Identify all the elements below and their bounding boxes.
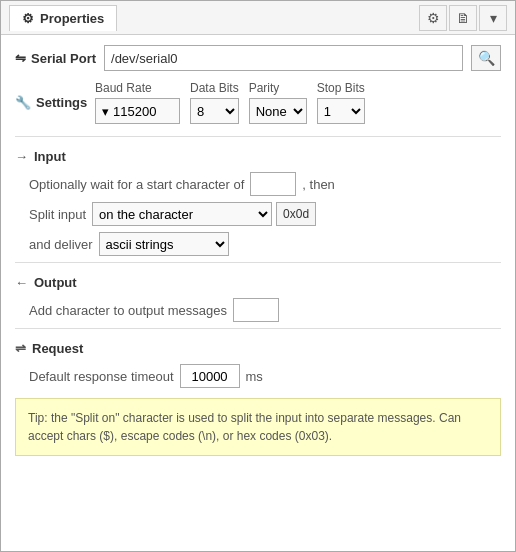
title-bar-actions: ⚙ 🗎 ▾ [419,5,507,31]
request-header: ⇌ Request [15,341,501,356]
serial-port-row: ⇋ Serial Port 🔍 [15,45,501,71]
gear-icon: ⚙ [22,11,34,26]
add-char-input[interactable] [233,298,279,322]
baud-rate-label: Baud Rate [95,81,180,95]
parity-label: Parity [249,81,307,95]
deliver-select[interactable]: ascii strings raw bytes [99,232,229,256]
parity-select[interactable]: None [249,98,307,124]
content-area: ⇋ Serial Port 🔍 🔧 Settings Baud Rate ▾ 1… [1,35,515,551]
document-icon-button[interactable]: 🗎 [449,5,477,31]
baud-rate-group: Baud Rate ▾ 115200 [95,81,180,124]
baud-rate-value: 115200 [113,104,156,119]
settings-row: 🔧 Settings Baud Rate ▾ 115200 Data Bits … [15,81,501,124]
timeout-row: Default response timeout ms [15,364,501,388]
add-char-label: Add character to output messages [29,303,227,318]
wait-char-row: Optionally wait for a start character of… [15,172,501,196]
deliver-label: and deliver [29,237,93,252]
chevron-down-icon: ▾ [490,10,497,26]
serial-port-input[interactable] [104,45,463,71]
wrench-icon: 🔧 [15,95,31,110]
output-header-label: Output [34,275,77,290]
baud-rate-dropdown[interactable]: ▾ 115200 [95,98,180,124]
document-icon: 🗎 [456,10,470,26]
split-input-row: Split input on the character on newline … [15,202,501,226]
input-header-label: Input [34,149,66,164]
split-select[interactable]: on the character on newline on timeout n… [92,202,272,226]
search-icon: 🔍 [478,50,495,66]
settings-label: 🔧 Settings [15,95,95,110]
properties-window: ⚙ Properties ⚙ 🗎 ▾ ⇋ Serial Port 🔍 [0,0,516,552]
input-section: → Input Optionally wait for a start char… [15,136,501,256]
input-header: → Input [15,149,501,164]
request-section: ⇌ Request Default response timeout ms [15,328,501,388]
then-label: , then [302,177,335,192]
settings-group: Baud Rate ▾ 115200 Data Bits 8 Parity No… [95,81,365,124]
tip-box: Tip: the "Split on" character is used to… [15,398,501,456]
serial-search-button[interactable]: 🔍 [471,45,501,71]
request-icon: ⇌ [15,341,26,356]
serial-port-label: ⇋ Serial Port [15,51,96,66]
properties-tab[interactable]: ⚙ Properties [9,5,117,31]
timeout-input[interactable] [180,364,240,388]
tab-label: Properties [40,11,104,26]
output-arrow-icon: ← [15,275,28,290]
title-bar: ⚙ Properties ⚙ 🗎 ▾ [1,1,515,35]
start-char-input[interactable] [250,172,296,196]
settings-icon-button[interactable]: ⚙ [419,5,447,31]
request-header-label: Request [32,341,83,356]
hex-value-display: 0x0d [276,202,316,226]
baud-rate-arrow: ▾ [102,104,109,119]
serial-icon: ⇋ [15,51,26,66]
chevron-down-button[interactable]: ▾ [479,5,507,31]
split-dropdown-group: on the character on newline on timeout n… [92,202,316,226]
stop-bits-label: Stop Bits [317,81,365,95]
wait-char-label: Optionally wait for a start character of [29,177,244,192]
deliver-row: and deliver ascii strings raw bytes [15,232,501,256]
tip-text: Tip: the "Split on" character is used to… [28,411,461,443]
ms-label: ms [246,369,263,384]
stop-bits-select[interactable]: 1 [317,98,365,124]
settings-icon: ⚙ [427,10,440,26]
parity-group: Parity None [249,81,307,124]
output-section: ← Output Add character to output message… [15,262,501,322]
data-bits-group: Data Bits 8 [190,81,239,124]
split-label: Split input [29,207,86,222]
input-arrow-icon: → [15,149,28,164]
data-bits-label: Data Bits [190,81,239,95]
output-header: ← Output [15,275,501,290]
add-char-row: Add character to output messages [15,298,501,322]
stop-bits-group: Stop Bits 1 [317,81,365,124]
data-bits-select[interactable]: 8 [190,98,239,124]
timeout-label: Default response timeout [29,369,174,384]
